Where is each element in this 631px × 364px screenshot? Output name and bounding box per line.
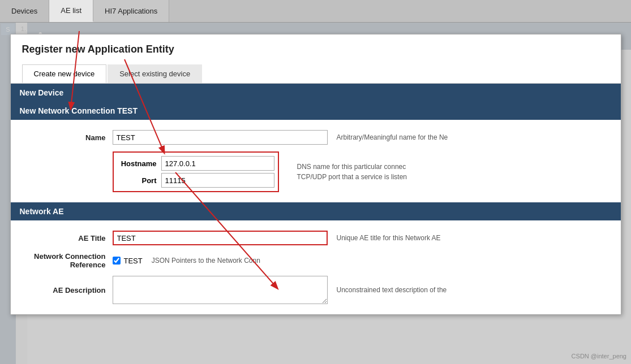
ncr-checkbox-label[interactable]: TEST (113, 257, 143, 265)
ae-desc-hint: Unconstrained text description of the (337, 286, 609, 294)
new-device-header: New Device (11, 84, 621, 102)
tab-ae-list[interactable]: AE list (49, 0, 93, 22)
name-row: Name Arbitrary/Meaningful name for the N… (11, 127, 621, 148)
ae-title-label: AE Title (22, 234, 113, 242)
watermark: CSDN @inter_peng (572, 353, 626, 359)
name-hint: Arbitrary/Meaningful name for the Ne (337, 133, 609, 141)
ae-title-row: AE Title Unique AE title for this Networ… (11, 227, 621, 249)
hostname-input[interactable] (161, 156, 274, 171)
network-ae-header: Network AE (11, 202, 621, 220)
port-label: Port (117, 176, 157, 185)
ncr-row: Network Connection Reference TEST JSON P… (11, 249, 621, 272)
ncr-hint: JSON Pointers to the Network Conn (152, 257, 609, 265)
ae-desc-textarea[interactable] (113, 276, 328, 304)
hostname-port-box: Hostname Port (113, 151, 279, 192)
hostname-row: Hostname (117, 156, 274, 171)
tab-devices[interactable]: Devices (0, 0, 49, 22)
ae-title-input[interactable] (113, 231, 328, 245)
network-form: Name Arbitrary/Meaningful name for the N… (11, 120, 621, 202)
tab-create-new-device[interactable]: Create new device (22, 64, 107, 83)
name-input[interactable] (113, 130, 328, 145)
ncr-label: Network Connection Reference (22, 252, 113, 269)
modal: Register new Application Entity Create n… (10, 34, 621, 315)
top-tab-bar: Devices AE list HI7 Applications (0, 0, 631, 23)
port-input[interactable] (161, 173, 274, 188)
tab-hi7-applications[interactable]: HI7 Applications (93, 0, 169, 22)
hostname-label: Hostname (117, 159, 157, 168)
hostname-hint: DNS name for this particular connec (297, 163, 407, 171)
modal-title: Register new Application Entity (11, 34, 621, 64)
modal-tabs: Create new device Select existing device (11, 64, 621, 84)
modal-overlay: Register new Application Entity Create n… (0, 23, 631, 364)
port-row: Port (117, 173, 274, 188)
hostname-port-row: Hostname Port DNS name for this particul… (11, 148, 621, 196)
ae-desc-row: AE Description Unconstrained text descri… (11, 272, 621, 307)
tab-select-existing-device[interactable]: Select existing device (108, 64, 202, 83)
network-ae-form: AE Title Unique AE title for this Networ… (11, 220, 621, 314)
name-label: Name (22, 133, 113, 142)
ae-title-hint: Unique AE title for this Network AE (337, 234, 609, 242)
ncr-checkbox[interactable] (113, 257, 121, 265)
ncr-checkbox-text: TEST (124, 257, 143, 265)
port-hint: TCP/UDP port that a service is listen (297, 173, 407, 181)
new-network-header: New Network Connection TEST (11, 102, 621, 120)
ae-desc-label: AE Description (22, 286, 113, 294)
